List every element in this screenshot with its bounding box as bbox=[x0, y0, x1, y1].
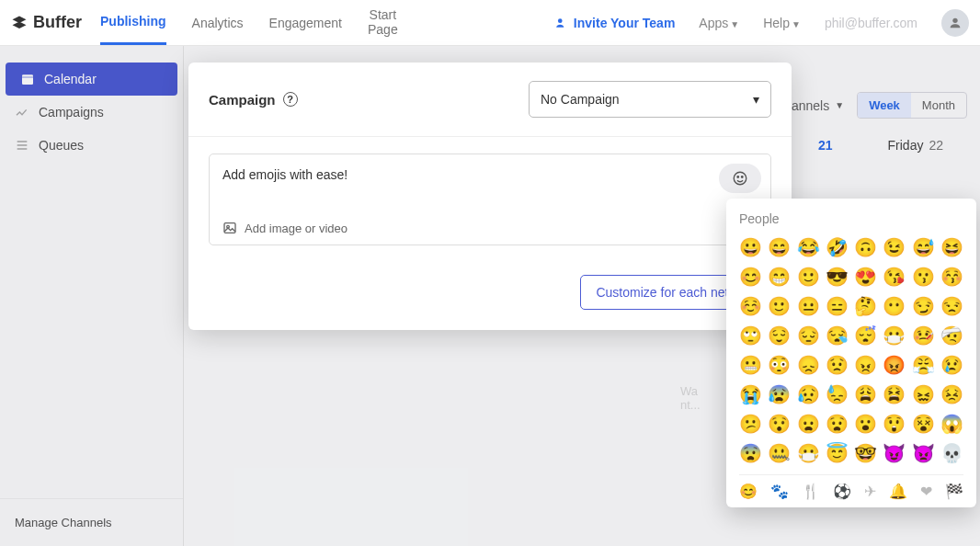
emoji-cell[interactable]: 💀 bbox=[940, 441, 963, 465]
help-menu[interactable]: Help▼ bbox=[763, 16, 801, 30]
emoji-cell[interactable]: 😶 bbox=[883, 294, 906, 318]
emoji-cell[interactable]: 😪 bbox=[826, 324, 849, 347]
emoji-cell[interactable]: 😩 bbox=[854, 382, 877, 406]
emoji-cell[interactable]: 😨 bbox=[739, 441, 762, 465]
emoji-cell[interactable]: 😠 bbox=[854, 353, 877, 377]
picker-tab[interactable]: ⚽ bbox=[833, 483, 851, 500]
picker-tab[interactable]: ✈ bbox=[864, 483, 876, 500]
emoji-button[interactable] bbox=[719, 164, 761, 193]
picker-tab[interactable]: 🔔 bbox=[889, 483, 907, 500]
picker-category-tabs: 😊🐾🍴⚽✈🔔❤🏁 bbox=[739, 474, 963, 500]
emoji-cell[interactable]: 😵 bbox=[912, 412, 935, 436]
emoji-cell[interactable]: 😣 bbox=[940, 382, 963, 406]
emoji-cell[interactable]: 😳 bbox=[768, 353, 791, 377]
emoji-cell[interactable]: ☺️ bbox=[739, 294, 762, 318]
emoji-cell[interactable]: 😊 bbox=[739, 265, 762, 289]
user-email: phil@buffer.com bbox=[825, 16, 917, 30]
emoji-cell[interactable]: 😌 bbox=[768, 324, 791, 347]
emoji-cell[interactable]: 🙂 bbox=[768, 294, 791, 318]
invite-team-link[interactable]: Invite Your Team bbox=[555, 16, 675, 30]
picker-category-title: People bbox=[739, 211, 963, 226]
emoji-cell[interactable]: 😕 bbox=[739, 412, 762, 436]
emoji-grid: 😀😄😂🤣🙃😉😅😆😊😁🙂😎😍😘😗😚☺️🙂😐😑🤔😶😏😒🙄😌😔😪😴😷🤒🤕😬😳😞😟😠😡😤… bbox=[739, 235, 963, 465]
emoji-cell[interactable]: 😰 bbox=[768, 382, 791, 406]
emoji-cell[interactable]: 😬 bbox=[739, 353, 762, 377]
logo[interactable]: Buffer bbox=[11, 13, 82, 32]
emoji-cell[interactable]: 😎 bbox=[826, 265, 849, 289]
emoji-cell[interactable]: 😇 bbox=[826, 441, 849, 465]
emoji-cell[interactable]: 😈 bbox=[883, 441, 906, 465]
emoji-cell[interactable]: 😱 bbox=[940, 412, 963, 436]
people-icon bbox=[555, 17, 568, 29]
emoji-cell[interactable]: 😷 bbox=[797, 441, 820, 465]
emoji-cell[interactable]: 😞 bbox=[797, 353, 820, 377]
emoji-cell[interactable]: 😥 bbox=[797, 382, 820, 406]
nav-tab-engagement[interactable]: Engagement bbox=[269, 2, 342, 44]
emoji-cell[interactable]: 😘 bbox=[883, 265, 906, 289]
emoji-cell[interactable]: 😖 bbox=[912, 382, 935, 406]
composer-body: Add emojis with ease! Add image or video bbox=[209, 154, 771, 245]
emoji-cell[interactable]: 😍 bbox=[854, 265, 877, 289]
emoji-cell[interactable]: 🙄 bbox=[739, 324, 762, 347]
emoji-cell[interactable]: 😲 bbox=[883, 412, 906, 436]
emoji-cell[interactable]: 😔 bbox=[797, 324, 820, 347]
logo-text: Buffer bbox=[33, 13, 82, 32]
emoji-cell[interactable]: 😫 bbox=[883, 382, 906, 406]
emoji-cell[interactable]: 😦 bbox=[797, 412, 820, 436]
emoji-cell[interactable]: 🙂 bbox=[797, 265, 820, 289]
emoji-cell[interactable]: 😐 bbox=[797, 294, 820, 318]
nav-tab-startpage[interactable]: StartPage bbox=[368, 0, 398, 51]
picker-tab[interactable]: 🐾 bbox=[770, 483, 789, 500]
emoji-cell[interactable]: 😓 bbox=[826, 382, 849, 406]
nav-tabs: Publishing Analytics Engagement StartPag… bbox=[100, 0, 398, 51]
emoji-cell[interactable]: 😯 bbox=[768, 412, 791, 436]
campaign-value: No Campaign bbox=[541, 92, 620, 107]
emoji-cell[interactable]: 🤕 bbox=[940, 324, 963, 347]
emoji-cell[interactable]: 😂 bbox=[797, 235, 820, 259]
emoji-cell[interactable]: 🤔 bbox=[854, 294, 877, 318]
emoji-cell[interactable]: 😟 bbox=[826, 353, 849, 377]
emoji-cell[interactable]: 🙃 bbox=[854, 235, 877, 259]
emoji-cell[interactable]: 😒 bbox=[940, 294, 963, 318]
emoji-picker: People 😀😄😂🤣🙃😉😅😆😊😁🙂😎😍😘😗😚☺️🙂😐😑🤔😶😏😒🙄😌😔😪😴😷🤒🤕… bbox=[726, 199, 976, 507]
emoji-cell[interactable]: 😮 bbox=[854, 412, 877, 436]
emoji-cell[interactable]: 😷 bbox=[883, 324, 906, 347]
emoji-cell[interactable]: 🤒 bbox=[912, 324, 935, 347]
image-icon bbox=[222, 221, 237, 235]
emoji-cell[interactable]: 😑 bbox=[826, 294, 849, 318]
composer-text[interactable]: Add emojis with ease! bbox=[222, 167, 758, 204]
apps-menu[interactable]: Apps▼ bbox=[699, 16, 739, 30]
emoji-cell[interactable]: 😡 bbox=[883, 353, 906, 377]
emoji-cell[interactable]: 😚 bbox=[940, 265, 963, 289]
svg-point-5 bbox=[742, 176, 744, 178]
emoji-cell[interactable]: 😢 bbox=[940, 353, 963, 377]
emoji-cell[interactable]: 😭 bbox=[739, 382, 762, 406]
emoji-cell[interactable]: 👿 bbox=[912, 441, 935, 465]
emoji-cell[interactable]: 😧 bbox=[826, 412, 849, 436]
nav-tab-analytics[interactable]: Analytics bbox=[192, 2, 244, 44]
campaign-select[interactable]: No Campaign ▾ bbox=[529, 81, 771, 118]
add-media-button[interactable]: Add image or video bbox=[222, 221, 758, 235]
user-icon bbox=[948, 16, 963, 30]
emoji-cell[interactable]: 🤐 bbox=[768, 441, 791, 465]
emoji-cell[interactable]: 🤣 bbox=[826, 235, 849, 259]
emoji-cell[interactable]: 😅 bbox=[912, 235, 935, 259]
emoji-cell[interactable]: 😏 bbox=[912, 294, 935, 318]
avatar[interactable] bbox=[941, 9, 969, 37]
emoji-cell[interactable]: 😤 bbox=[912, 353, 935, 377]
nav-tab-publishing[interactable]: Publishing bbox=[100, 0, 166, 45]
emoji-cell[interactable]: 😉 bbox=[883, 235, 906, 259]
picker-tab[interactable]: ❤ bbox=[920, 483, 932, 500]
svg-point-4 bbox=[737, 176, 739, 178]
picker-tab[interactable]: 🏁 bbox=[945, 483, 963, 500]
picker-tab[interactable]: 😊 bbox=[739, 483, 758, 500]
emoji-cell[interactable]: 😆 bbox=[940, 235, 963, 259]
help-icon[interactable]: ? bbox=[283, 92, 298, 107]
emoji-cell[interactable]: 😄 bbox=[768, 235, 791, 259]
emoji-cell[interactable]: 😴 bbox=[854, 324, 877, 347]
emoji-cell[interactable]: 😀 bbox=[739, 235, 762, 259]
picker-tab[interactable]: 🍴 bbox=[802, 483, 820, 500]
emoji-cell[interactable]: 😁 bbox=[768, 265, 791, 289]
emoji-cell[interactable]: 😗 bbox=[912, 265, 935, 289]
emoji-cell[interactable]: 🤓 bbox=[854, 441, 877, 465]
